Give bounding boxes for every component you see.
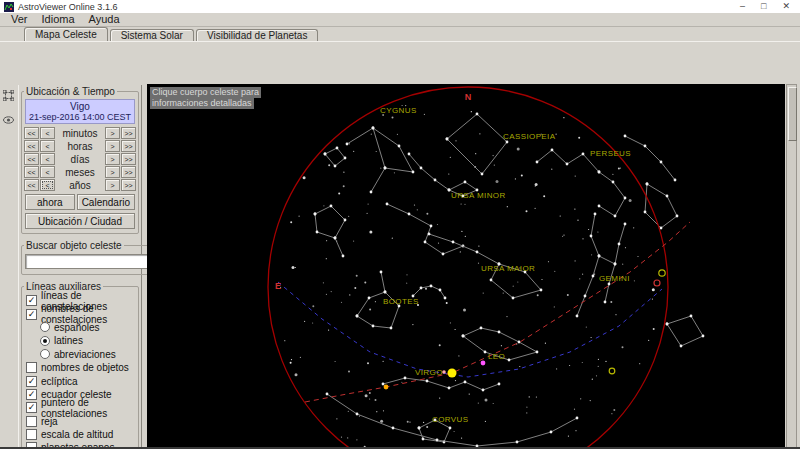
stepper-horas-fast-back[interactable]: <<	[24, 140, 39, 152]
tab-mapa-celeste[interactable]: Mapa Celeste	[24, 27, 108, 41]
checkbox-box[interactable]	[26, 416, 37, 427]
menu-idioma[interactable]: Idioma	[35, 13, 82, 26]
city-label: Vigo	[26, 101, 134, 112]
maximize-button[interactable]: □	[761, 0, 766, 13]
stepper-minutos-fast-back[interactable]: <<	[24, 127, 39, 139]
fit-view-icon[interactable]	[3, 87, 14, 105]
stepper-d-as-fast-back[interactable]: <<	[24, 153, 39, 165]
stepper-minutos-fast-fwd[interactable]: >>	[121, 127, 136, 139]
map-hint: Clique cuerpo celeste para informaciones…	[150, 87, 261, 109]
stepper-d-as-back[interactable]: <	[40, 153, 55, 165]
window-title: AstroViewer Online 3.1.6	[18, 2, 117, 12]
now-button[interactable]: ahora	[25, 194, 75, 210]
radio-abreviaciones[interactable]: abreviaciones	[24, 348, 136, 361]
location-button[interactable]: Ubicación / Ciudad	[25, 213, 135, 229]
object-planet-ring-red[interactable]	[654, 280, 660, 286]
stepper-a-os-back[interactable]: <	[40, 179, 55, 191]
checkbox-escala-de-altitud[interactable]: escala de altitud	[24, 428, 136, 441]
tab-sistema-solar[interactable]: Sistema Solar	[110, 29, 194, 41]
stepper-a-os-fwd[interactable]: >	[105, 179, 120, 191]
label-perseus: PERSEUS	[590, 149, 631, 158]
object-planet-magenta[interactable]	[481, 361, 486, 366]
constellation-lines	[314, 113, 705, 449]
stepper-minutos-back[interactable]: <	[40, 127, 55, 139]
tab-visibilidad-de-planetas[interactable]: Visibilidad de Planetas	[196, 29, 318, 41]
label-ursa-minor: URSA MINOR	[451, 191, 506, 200]
close-button[interactable]: ✕	[782, 0, 790, 13]
stepper-row-a-os: <<<años>>>	[24, 179, 136, 191]
stepper-horas-fwd[interactable]: >	[105, 140, 120, 152]
label-gemini: GEMINI	[599, 274, 630, 283]
constellation-virgo	[383, 378, 499, 390]
checkbox-ecl-ptica[interactable]: ✓eclíptica	[24, 374, 136, 387]
tool-strip	[0, 84, 17, 449]
celestial-equator-line	[278, 282, 662, 377]
option-label: nombres de objetos	[41, 362, 129, 373]
constellation-pegasus	[667, 316, 703, 346]
stepper-horas-fast-fwd[interactable]: >>	[121, 140, 136, 152]
label-bootes: BOOTES	[383, 297, 419, 306]
stepper-meses-fast-fwd[interactable]: >>	[121, 166, 136, 178]
menu-ayuda[interactable]: Ayuda	[82, 13, 127, 26]
stepper-d-as-fwd[interactable]: >	[105, 153, 120, 165]
checkbox-box[interactable]: ✓	[26, 295, 37, 306]
checkbox-box[interactable]: ✓	[26, 376, 37, 387]
sky-map-canvas[interactable]: CYGNUSCASSIOPEIAPERSEUSURSA MINORURSA MA…	[147, 84, 785, 449]
stepper-meses-back[interactable]: <	[40, 166, 55, 178]
calendar-button[interactable]: Calendario	[77, 194, 135, 210]
app-icon	[4, 2, 14, 12]
stepper-label-a-os: años	[56, 180, 104, 191]
radio-box[interactable]	[40, 349, 50, 359]
checkbox-puntero-de-constelaciones[interactable]: ✓puntero de constelaciones	[24, 401, 136, 414]
option-label: escala de altitud	[41, 429, 113, 440]
location-time-title: Ubicación & Tiempo	[24, 86, 117, 97]
checkbox-box[interactable]	[26, 429, 37, 440]
checkbox-box[interactable]: ✓	[26, 389, 37, 400]
menu-ver[interactable]: Ver	[4, 13, 35, 26]
control-panel: Ubicación & Tiempo Vigo 21-sep-2016 14:0…	[18, 85, 142, 449]
sky-map[interactable]: CYGNUSCASSIOPEIAPERSEUSURSA MINORURSA MA…	[147, 84, 785, 449]
label-corvus: CORVUS	[432, 415, 468, 424]
label-virgo: VIRGO	[415, 368, 443, 377]
object-sun[interactable]	[448, 369, 457, 378]
constellation-bootes-tail	[381, 272, 385, 292]
checkbox-box[interactable]	[26, 362, 37, 373]
checkbox-nombres-de-objetos[interactable]: nombres de objetos	[24, 361, 136, 374]
constellation-cygnus-tail	[371, 168, 385, 192]
title-bar: AstroViewer Online 3.1.6 – □ ✕	[0, 0, 800, 13]
checkbox-box[interactable]: ✓	[26, 309, 37, 320]
object-planet-ring-yellow[interactable]	[659, 270, 665, 276]
stepper-label-meses: meses	[56, 167, 104, 178]
stepper-a-os-fast-back[interactable]: <<	[24, 179, 39, 191]
radio-latines[interactable]: latines	[24, 334, 136, 347]
radio-box[interactable]	[40, 322, 50, 332]
stepper-meses-fast-back[interactable]: <<	[24, 166, 39, 178]
map-hint-line1: Clique cuerpo celeste para	[150, 87, 261, 98]
constellation-ursa-minor	[409, 154, 477, 196]
eye-icon[interactable]	[3, 110, 14, 128]
search-input[interactable]	[25, 254, 163, 269]
stepper-horas-back[interactable]: <	[40, 140, 55, 152]
option-label: abreviaciones	[54, 349, 116, 360]
stepper-meses-fwd[interactable]: >	[105, 166, 120, 178]
object-planet-ring-small[interactable]	[609, 368, 615, 374]
vertical-scrollbar-thumb[interactable]	[788, 87, 797, 141]
radio-box[interactable]	[40, 336, 50, 346]
constellation-auriga	[645, 184, 677, 228]
checkbox-box[interactable]: ✓	[26, 402, 37, 413]
checkbox-nombres-de-constelaciones[interactable]: ✓nombres de constelaciones	[24, 307, 136, 320]
object-planet-pink[interactable]	[442, 370, 446, 374]
vertical-scrollbar[interactable]	[786, 84, 797, 449]
time-steppers: <<<minutos>>><<<horas>>><<<días>>><<<mes…	[24, 127, 136, 191]
constellation-hercules-tail	[335, 238, 343, 256]
stepper-label-minutos: minutos	[56, 128, 104, 139]
stepper-minutos-fwd[interactable]: >	[105, 127, 120, 139]
constellation-perseus	[599, 172, 625, 216]
stepper-label-d-as: días	[56, 154, 104, 165]
stepper-a-os-fast-fwd[interactable]: >>	[121, 179, 136, 191]
object-star-orange[interactable]	[384, 385, 389, 390]
minimize-button[interactable]: –	[740, 0, 745, 13]
stepper-d-as-fast-fwd[interactable]: >>	[121, 153, 136, 165]
label-cassiopeia: CASSIOPEIA	[503, 132, 556, 141]
ecliptic	[305, 222, 690, 402]
